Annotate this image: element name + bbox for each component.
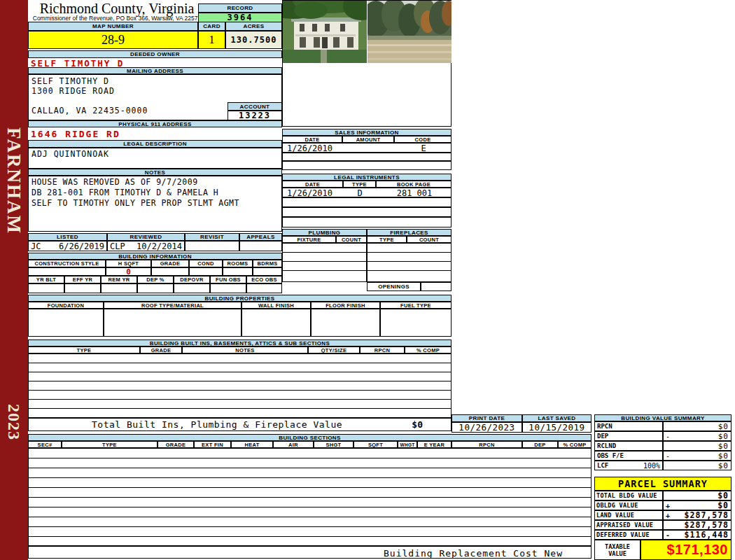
empty-row <box>29 372 451 382</box>
bvs-row-value: $0 <box>663 461 732 470</box>
section-comp-header: % COMP <box>558 441 592 448</box>
roof-type-value <box>104 309 241 337</box>
mailing-line-2: 1300 RIDGE ROAD <box>31 86 115 96</box>
roof-type-header: ROOF TYPE/MATERIAL <box>104 302 241 309</box>
bvs-value: $0 <box>718 461 729 470</box>
mailing-address-label: MAILING ADDRESS <box>28 67 282 74</box>
parcel-row-value: + $287,578 <box>663 510 732 520</box>
bvs-row-label: RPCN <box>594 421 663 431</box>
building-sections-empty-rows <box>28 448 592 546</box>
section-dep-header: DEP <box>522 441 558 448</box>
empty-row <box>283 262 366 271</box>
bvs-label: DEP <box>597 433 608 440</box>
empty-row <box>29 517 591 527</box>
district-name: FARNHAM <box>0 111 28 251</box>
building-sections-title: BUILDING SECTIONS <box>28 434 592 441</box>
last-saved-label: LAST SAVED <box>522 414 592 422</box>
fun-obs-header: FUN OBS <box>210 276 246 284</box>
notes-line-2: DB 281-001 FROM TIMOTHY D & PAMELA H <box>31 188 218 197</box>
openings-label: OPENINGS <box>367 282 421 291</box>
photo-panel <box>282 0 451 127</box>
instrument-bookpage-header: BOOK PAGE <box>376 181 451 188</box>
instrument-bookpage: 281 001 <box>392 188 437 198</box>
bvs-op: - <box>666 433 670 440</box>
bvs-value: $0 <box>718 442 729 451</box>
notes-label: NOTES <box>28 169 282 176</box>
wall-finish-value <box>241 309 311 337</box>
bvs-label: LCF <box>597 462 608 469</box>
land-photo <box>368 1 451 63</box>
built-in-notes-header: NOTES <box>182 346 308 354</box>
empty-row <box>29 537 591 546</box>
rooms-header: ROOMS <box>223 260 253 267</box>
bvs-value: $0 <box>718 432 729 441</box>
parcel-row-value: $287,578 <box>663 520 732 530</box>
heat-header: HEAT <box>231 441 273 448</box>
hsqft-header: H SQFT <box>106 260 151 267</box>
empty-row <box>368 271 451 281</box>
reviewed-label: REVIEWED <box>107 233 185 241</box>
empty-row <box>368 253 451 262</box>
acres-value: 130.7500 <box>225 31 282 49</box>
sale-code: E <box>410 144 438 153</box>
listed-label: LISTED <box>28 233 107 241</box>
mailing-line-1: SELF TIMOTHY D <box>31 76 109 86</box>
sqft-header: SQFT <box>354 441 398 448</box>
whgt-header: WHGT <box>398 441 417 448</box>
empty-row <box>282 217 451 227</box>
empty-row <box>29 391 451 400</box>
rem-yr-value <box>101 284 137 293</box>
bvs-row-value: - $0 <box>663 431 732 441</box>
notes-line-3: SELF TO TIMOTHY ONLY PER PROP STLMT AGMT <box>31 198 239 208</box>
foundation-header: FOUNDATION <box>28 302 104 309</box>
legal-instruments-title: LEGAL INSTRUMENTS <box>282 174 451 181</box>
account-value: 13223 <box>227 111 282 120</box>
bvs-label: OBS F/E <box>597 452 624 459</box>
reviewed-date: 10/2/2014 <box>136 241 182 251</box>
account-label: ACCOUNT <box>227 102 282 111</box>
empty-row <box>29 449 591 458</box>
taxable-value: $171,130 <box>667 542 728 558</box>
empty-row <box>29 354 451 363</box>
eyear-header: E YEAR <box>417 441 451 448</box>
empty-row <box>282 161 451 170</box>
bdrms-header: BDRMS <box>253 260 282 267</box>
floor-finish-header: FLOOR FINISH <box>311 302 380 309</box>
eff-yr-value <box>64 284 101 293</box>
cond-header: COND <box>189 260 223 267</box>
construction-style-value <box>28 267 106 276</box>
empty-row <box>29 400 451 409</box>
parcel-value: $287,578 <box>685 520 729 530</box>
hsqft-value: 0 <box>106 267 151 276</box>
built-ins-empty-rows <box>28 354 451 418</box>
building-sections-footer-row: Building Replacement Cost New <box>28 546 592 559</box>
replacement-cost-label: Building Replacement Cost New <box>326 548 620 559</box>
empty-row <box>29 498 591 507</box>
parcel-label: DEFERRED VALUE <box>596 531 650 538</box>
fuel-type-header: FUEL TYPE <box>380 302 451 309</box>
parcel-summary-title: PARCEL SUMMARY <box>594 477 732 491</box>
built-in-rpcn-header: RPCN <box>360 346 405 354</box>
empty-row <box>29 382 451 391</box>
parcel-op: + <box>666 502 670 510</box>
built-ins-total-label: Total Built Ins, Plumbing & Fireplace Va… <box>92 419 342 430</box>
card-value: 1 <box>198 31 225 49</box>
foundation-value <box>28 309 104 337</box>
instrument-type: D <box>346 188 374 198</box>
fuel-type-value <box>380 309 451 337</box>
parcel-row-label: LAND VALUE <box>594 510 663 520</box>
built-ins-total-value: $0 <box>412 419 423 430</box>
fireplace-type-header: TYPE <box>367 236 407 243</box>
building-information-title: BUILDING INFORMATION <box>28 253 282 260</box>
eco-obs-header: ECO OBS <box>246 276 282 284</box>
bvs-row-label: RCLND <box>594 441 663 451</box>
empty-row <box>282 207 451 217</box>
rooms-value <box>223 267 253 276</box>
dep-pct-value <box>137 284 174 293</box>
bvs-row-value: $0 <box>663 421 732 431</box>
sales-row: 1/26/2010 E <box>282 143 451 153</box>
bvs-label: RCLND <box>597 442 616 449</box>
taxable-value-label: TAXABLE VALUE <box>594 540 640 560</box>
instrument-date-header: DATE <box>282 181 343 188</box>
acres-label: ACRES <box>225 22 282 31</box>
